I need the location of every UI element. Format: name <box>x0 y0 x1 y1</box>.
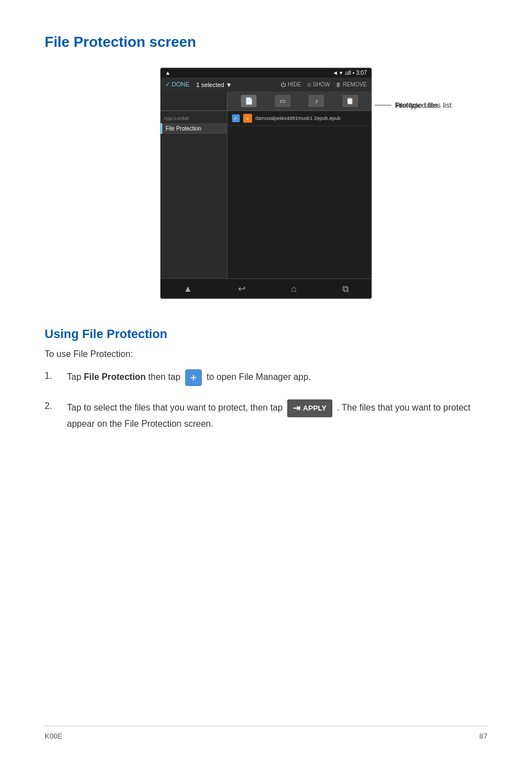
step-1-content: Tap File Protection then tap + to open F… <box>67 369 487 386</box>
step-1: 1. Tap File Protection then tap + to ope… <box>45 369 487 386</box>
toolbar-done[interactable]: ✓ DONE <box>165 81 190 88</box>
file-type-tabs-row: 📄 ▭ ♪ 📋 <box>161 91 371 111</box>
nav-recent[interactable]: ⧉ <box>342 284 349 294</box>
footer-left: K00E <box>45 732 62 740</box>
status-bar-left: ▲ <box>165 70 171 76</box>
annotation-protected-files: Protected files list <box>375 101 452 109</box>
step-2: 2. Tap to select the files that you want… <box>45 399 487 431</box>
main-content: App Locker File Protection ✓ e damusalpe… <box>161 111 371 278</box>
toolbar-show[interactable]: ⊙ SHOW <box>307 81 330 88</box>
tab-document[interactable]: 📄 <box>241 95 257 107</box>
apply-label: APPLY <box>303 403 326 414</box>
file-icon: e <box>243 114 252 123</box>
nav-back[interactable]: ▲ <box>183 284 192 294</box>
status-bar: ▲ ◄ ▾ .ull ▪ 3:07 <box>161 68 371 78</box>
toolbar: ✓ DONE 1 selected ▼ ⏻ HIDE ⊙ SHOW 🗑 REMO… <box>161 78 371 91</box>
page-footer: K00E 87 <box>45 726 487 740</box>
tab-audio[interactable]: ♪ <box>308 95 324 107</box>
tab-other[interactable]: 📋 <box>342 95 358 107</box>
footer-right: 87 <box>480 732 487 740</box>
sidebar: App Locker File Protection <box>161 111 228 278</box>
file-name: damusalpetex4981musk1 2epub.epub <box>255 115 341 121</box>
steps-list: 1. Tap File Protection then tap + to ope… <box>45 369 487 431</box>
page: File Protection screen ▲ ◄ ▾ .ull ▪ 3:07… <box>0 0 532 478</box>
intro-text: To use File Protection: <box>45 349 487 359</box>
step-2-number: 2. <box>45 399 67 413</box>
sidebar-file-protection[interactable]: File Protection <box>161 123 227 134</box>
step-2-content: Tap to select the files that you want to… <box>67 399 487 431</box>
phone-screenshot: ▲ ◄ ▾ .ull ▪ 3:07 ✓ DONE 1 selected ▼ ⏻ … <box>160 67 372 299</box>
using-file-protection-section: Using File Protection To use File Protec… <box>45 327 487 431</box>
tab-image[interactable]: ▭ <box>275 95 291 107</box>
sidebar-app-locker-label: App Locker <box>161 111 227 123</box>
toolbar-right: ⏻ HIDE ⊙ SHOW 🗑 REMOVE <box>280 81 367 88</box>
sidebar-top <box>161 91 228 110</box>
nav-return[interactable]: ↩ <box>238 283 245 294</box>
file-list-item[interactable]: ✓ e damusalpetex4981musk1 2epub.epub <box>228 111 371 126</box>
toolbar-selected: 1 selected ▼ <box>196 81 232 88</box>
step-1-bold: File Protection <box>84 372 146 382</box>
nav-bar: ▲ ↩ ⌂ ⧉ <box>161 278 371 298</box>
file-checkbox[interactable]: ✓ <box>232 114 240 122</box>
plus-button[interactable]: + <box>185 369 202 386</box>
files-area: ✓ e damusalpetex4981musk1 2epub.epub <box>228 111 371 278</box>
toolbar-remove[interactable]: 🗑 REMOVE <box>336 81 367 88</box>
apply-icon: ⇥ <box>293 402 300 415</box>
file-type-tabs: 📄 ▭ ♪ 📋 <box>228 91 371 110</box>
toolbar-hide[interactable]: ⏻ HIDE <box>280 81 301 88</box>
nav-home[interactable]: ⌂ <box>291 284 297 294</box>
apply-button[interactable]: ⇥ APPLY <box>287 399 332 417</box>
status-bar-right: ◄ ▾ .ull ▪ 3:07 <box>332 70 367 76</box>
using-section-title: Using File Protection <box>45 327 487 341</box>
phone-screenshot-area: ▲ ◄ ▾ .ull ▪ 3:07 ✓ DONE 1 selected ▼ ⏻ … <box>45 67 487 299</box>
section-title: File Protection screen <box>45 33 487 51</box>
step-1-number: 1. <box>45 369 67 383</box>
